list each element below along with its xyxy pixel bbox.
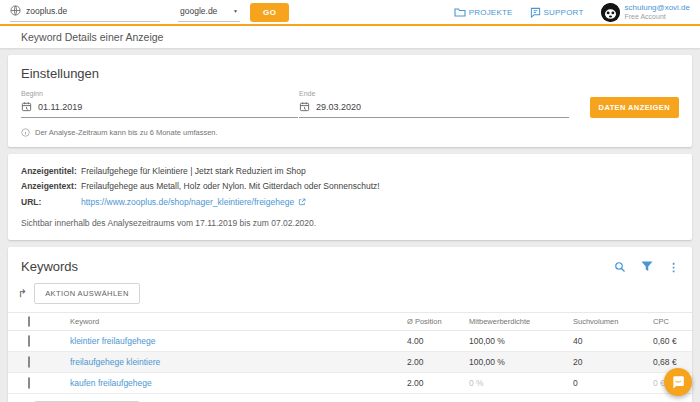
settings-card: Einstellungen Beginn 01.11.2019 Ende <box>8 55 692 147</box>
density-cell: 100,00 % <box>462 351 566 372</box>
keywords-table-body: kleintier freilaufgehege 4.00 100,00 % 4… <box>8 330 692 393</box>
table-row[interactable]: kleintier freilaufgehege 4.00 100,00 % 4… <box>8 330 692 351</box>
calendar-icon <box>299 101 310 112</box>
globe-icon <box>10 5 21 16</box>
ad-text-row: Anzeigentext: Freilaufgehege aus Metall,… <box>21 180 679 192</box>
account-email: schulung@xovi.de <box>625 3 691 13</box>
begin-date-input[interactable]: 01.11.2019 <box>21 101 298 118</box>
main-content: Einstellungen Beginn 01.11.2019 Ende <box>0 48 700 402</box>
top-bar: google.de ▼ GO PROJEKTE SUPPORT <box>0 0 700 26</box>
column-header-position[interactable]: Ø Position <box>400 312 462 330</box>
row-checkbox[interactable] <box>28 335 30 347</box>
app-window: google.de ▼ GO PROJEKTE SUPPORT <box>0 0 700 402</box>
density-cell: 100,00 % <box>462 330 566 351</box>
settings-info-text: Der Analyse-Zeitraum kann bis zu 6 Monat… <box>35 128 218 137</box>
external-link-icon <box>298 198 306 206</box>
chat-bubble-icon <box>530 7 541 18</box>
projects-link[interactable]: PROJEKTE <box>454 7 513 17</box>
keywords-toolbar: ⋮ <box>614 259 679 273</box>
ad-title-label: Anzeigentitel: <box>21 165 81 177</box>
table-row[interactable]: freilaufgehege kleintiere 2.00 100,00 % … <box>8 351 692 372</box>
projects-label: PROJEKTE <box>469 8 513 17</box>
domain-input[interactable] <box>26 6 160 16</box>
position-cell: 2.00 <box>400 351 462 372</box>
settings-fields-row: Beginn 01.11.2019 Ende 29.03.2020 <box>21 90 679 118</box>
go-button[interactable]: GO <box>250 3 289 22</box>
search-engine-select[interactable]: google.de ▼ <box>178 3 240 22</box>
volume-cell: 20 <box>566 351 646 372</box>
info-icon <box>21 128 30 137</box>
table-row[interactable]: kaufen freilaufgehege 2.00 0 % 0 0 € <box>8 372 692 393</box>
keywords-actions-bottom: ↳ AKTION AUSWÄHLEN 25 ▼ 1 - 3 von 3 ❮ ❯ <box>8 394 692 402</box>
keywords-actions-top: ↱ AKTION AUSWÄHLEN <box>8 274 692 312</box>
branch-arrow-up-icon: ↱ <box>18 288 27 299</box>
keyword-link[interactable]: kaufen freilaufgehege <box>70 378 152 388</box>
column-header-keyword[interactable]: Keyword <box>60 312 400 330</box>
ad-title-row: Anzeigentitel: Freilaufgehege für Kleint… <box>21 165 679 177</box>
page-title: Keyword Details einer Anzeige <box>21 31 163 43</box>
submit-wrap: DATEN ANZEIGEN <box>590 90 679 118</box>
end-date-value: 29.03.2020 <box>316 102 361 112</box>
calendar-icon <box>21 101 32 112</box>
more-vert-icon[interactable]: ⋮ <box>668 262 679 272</box>
column-header-density[interactable]: Mitbewerberdichte <box>462 312 566 330</box>
support-link[interactable]: SUPPORT <box>530 7 584 18</box>
settings-info-row: Der Analyse-Zeitraum kann bis zu 6 Monat… <box>21 128 679 137</box>
select-all-checkbox[interactable] <box>28 316 30 327</box>
support-label: SUPPORT <box>544 8 584 17</box>
begin-label: Beginn <box>21 90 298 97</box>
keywords-header: Keywords ⋮ <box>8 247 692 274</box>
account-menu[interactable]: schulung@xovi.de Free Account <box>601 3 691 22</box>
ad-details-card: Anzeigentitel: Freilaufgehege für Kleint… <box>8 154 692 240</box>
keyword-link[interactable]: kleintier freilaufgehege <box>70 336 156 346</box>
position-cell: 2.00 <box>400 372 462 393</box>
row-checkbox[interactable] <box>28 356 30 368</box>
volume-cell: 40 <box>566 330 646 351</box>
ad-url-label: URL: <box>21 196 81 208</box>
search-icon[interactable] <box>614 261 626 273</box>
volume-cell: 0 <box>566 372 646 393</box>
folder-icon <box>454 7 466 17</box>
account-info: schulung@xovi.de Free Account <box>625 3 691 22</box>
keywords-table: Keyword Ø Position Mitbewerberdichte Suc… <box>8 312 692 394</box>
column-header-volume[interactable]: Suchvolumen <box>566 312 646 330</box>
ad-text-value: Freilaufgehege aus Metall, Holz oder Nyl… <box>81 180 380 192</box>
density-cell: 0 % <box>462 372 566 393</box>
ad-url-row: URL: https://www.zooplus.de/shop/nager_k… <box>21 196 679 208</box>
keywords-title: Keywords <box>21 259 78 274</box>
settings-title: Einstellungen <box>21 66 679 81</box>
chevron-down-icon: ▼ <box>233 8 238 14</box>
position-cell: 4.00 <box>400 330 462 351</box>
ad-url-link[interactable]: https://www.zooplus.de/shop/nager_kleint… <box>81 196 306 208</box>
avatar <box>601 3 620 22</box>
chat-fab-button[interactable] <box>664 368 692 396</box>
row-checkbox[interactable] <box>28 377 30 389</box>
begin-date-value: 01.11.2019 <box>38 102 82 112</box>
filter-icon[interactable] <box>641 261 653 272</box>
begin-date-field: Beginn 01.11.2019 <box>21 90 298 118</box>
chat-icon <box>671 375 685 389</box>
column-header-cpc[interactable]: CPC <box>646 312 692 330</box>
show-data-button[interactable]: DATEN ANZEIGEN <box>590 97 679 118</box>
page-header: Keyword Details einer Anzeige <box>0 26 700 48</box>
ad-title-value: Freilaufgehege für Kleintiere | Jetzt st… <box>81 165 306 177</box>
domain-search-field[interactable] <box>10 3 160 22</box>
search-engine-value: google.de <box>180 6 217 16</box>
top-bar-right: PROJEKTE SUPPORT schulung@xovi.de Free A… <box>454 3 690 22</box>
cpc-cell: 0,60 € <box>646 330 692 351</box>
end-label: Ende <box>299 90 569 97</box>
end-date-field: Ende 29.03.2020 <box>299 90 569 118</box>
keyword-link[interactable]: freilaufgehege kleintiere <box>70 357 160 367</box>
ad-text-label: Anzeigentext: <box>21 180 81 192</box>
account-type-badge: Free Account <box>625 13 691 22</box>
keywords-card: Keywords ⋮ ↱ AKTION AUSWÄHLEN <box>8 247 692 402</box>
action-select-button-top[interactable]: AKTION AUSWÄHLEN <box>34 283 140 304</box>
table-header-row: Keyword Ø Position Mitbewerberdichte Suc… <box>8 312 692 330</box>
end-date-input[interactable]: 29.03.2020 <box>299 101 569 118</box>
visibility-text: Sichtbar innerhalb des Analysezeitraums … <box>21 218 679 228</box>
ad-url-value: https://www.zooplus.de/shop/nager_kleint… <box>81 196 294 208</box>
